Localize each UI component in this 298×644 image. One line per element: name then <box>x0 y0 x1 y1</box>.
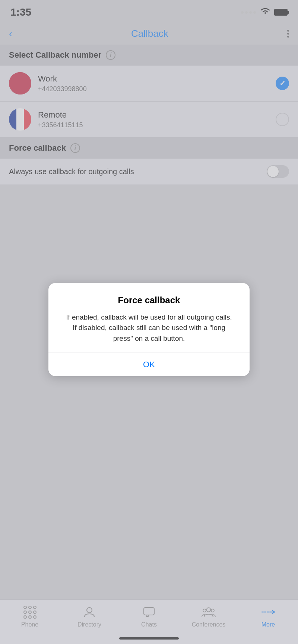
dialog-content: Force callback If enabled, callback will… <box>48 283 250 353</box>
dialog-body: If enabled, callback will be used for al… <box>62 312 236 344</box>
dialog-title: Force callback <box>62 295 236 305</box>
force-callback-dialog: Force callback If enabled, callback will… <box>48 283 250 376</box>
dialog-ok-button[interactable]: OK <box>48 353 250 376</box>
